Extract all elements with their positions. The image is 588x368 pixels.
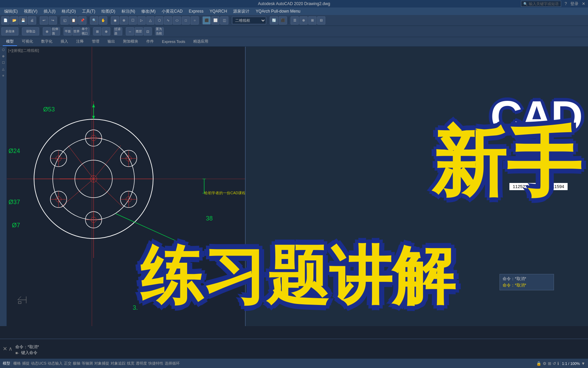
group-btn[interactable]: ⊞ (308, 16, 316, 25)
tab-insert[interactable]: 插入 (57, 37, 71, 46)
status-polar[interactable]: 极轴 (73, 361, 80, 366)
layer2-btn[interactable]: 图层 (135, 27, 143, 35)
menu-item-yqarch-pulldown[interactable]: YQArch Pull-down Menu (253, 8, 303, 14)
side-btn-4[interactable]: △ (1, 67, 6, 73)
help-icon[interactable]: ? (565, 1, 567, 6)
tab-featured[interactable]: 精选应用 (190, 37, 212, 46)
tab-output[interactable]: 输出 (104, 37, 118, 46)
zoom-percent-icon[interactable]: ▼ (581, 361, 585, 366)
grid-icon[interactable]: ⊞ (548, 361, 551, 366)
select-btn[interactable]: ◱ (61, 16, 69, 25)
tab-digital[interactable]: 数字化 (38, 37, 56, 46)
tab-express[interactable]: Express Tools (159, 38, 189, 46)
command-prompt-line[interactable]: ■- 键入命令 (15, 350, 584, 356)
match-btn[interactable]: 置为当前 (156, 27, 164, 35)
open-btn[interactable]: 📂 (10, 16, 18, 25)
redo-btn[interactable]: ↪ (49, 16, 57, 25)
side-btn-3[interactable]: ☐ (1, 61, 6, 66)
view3[interactable]: ◫ (220, 16, 228, 25)
save-btn[interactable]: 💾 (19, 16, 27, 25)
refresh-icon[interactable]: ↺ (553, 361, 556, 366)
menu-item-yqarch[interactable]: YQARCH (207, 8, 230, 14)
menu-item-yuanquan[interactable]: 源泉设计 (230, 8, 252, 15)
lock-icon[interactable]: 🔒 (536, 361, 541, 366)
plot-btn[interactable]: 🖨 (28, 16, 36, 25)
status-zoom[interactable]: 1:1 / 100% (562, 362, 580, 366)
status-cycle[interactable]: 选择循环 (165, 361, 180, 366)
status-qprop[interactable]: 快捷特性 (148, 361, 163, 366)
move3-btn[interactable]: ↔ (126, 27, 134, 35)
grid-btn[interactable]: ⊞ (93, 27, 101, 35)
menu-item-insert[interactable]: 插入(I) (41, 8, 58, 15)
retrieve-btn[interactable]: 获取边 (22, 27, 39, 35)
menu-item-draw[interactable]: 绘图(D) (99, 8, 118, 15)
move2-btn[interactable]: ⊕ (43, 27, 51, 35)
tool6[interactable]: ⬡ (155, 16, 163, 25)
close-cmd-btn[interactable]: ✕ (3, 346, 7, 352)
menu-item-dimension[interactable]: 标注(N) (119, 8, 138, 15)
tab-visual[interactable]: 可视化 (18, 37, 36, 46)
status-trans[interactable]: 透明度 (136, 361, 147, 366)
menu-item-express[interactable]: Express (186, 8, 206, 14)
menu-item-tools[interactable]: 工具(T) (79, 8, 98, 15)
world2-btn[interactable]: 世界 (72, 27, 81, 35)
move-btn[interactable]: ⊕ (299, 16, 308, 25)
status-model[interactable]: 模型 (3, 361, 10, 366)
tool9[interactable]: □ (182, 16, 190, 25)
view-style-dropdown[interactable]: 二维线框 (232, 17, 266, 24)
propsmall-btn[interactable]: ⊡ (144, 27, 152, 35)
single-btn[interactable]: 单个视口 (81, 27, 89, 35)
tab-model[interactable]: 模型 (3, 37, 17, 46)
view2[interactable]: ⬜ (211, 16, 219, 25)
tab-annotate[interactable]: 注释 (73, 37, 87, 46)
menu-item-view[interactable]: 视图(V) (21, 8, 40, 15)
status-lw[interactable]: 线宽 (127, 361, 134, 366)
status-grid[interactable]: 栅格 (13, 361, 21, 366)
collapse-cmd-btn[interactable]: ∧ (9, 346, 13, 352)
tool4[interactable]: ▷ (137, 16, 146, 25)
side-btn-1[interactable]: ⬡ (1, 48, 6, 53)
status-ortho[interactable]: 正交 (64, 361, 71, 366)
flat-btn[interactable]: 平面 (64, 27, 72, 35)
tool10[interactable]: ○ (191, 16, 199, 25)
menu-item-edit[interactable]: 编辑(E) (1, 8, 20, 15)
layer-btn[interactable]: ☰ (291, 16, 299, 25)
tool2[interactable]: ⊕ (120, 16, 128, 25)
prop-btn[interactable]: ⊟ (317, 16, 325, 25)
info-icon[interactable]: ℹ (557, 361, 559, 366)
settings-icon[interactable]: ⚙ (543, 361, 546, 366)
menu-item-modify[interactable]: 修改(M) (138, 8, 158, 15)
pan-btn[interactable]: ✋ (99, 16, 107, 25)
pull-btn[interactable]: 拉伸面 (52, 27, 60, 35)
status-ducs[interactable]: 动态UCS (31, 361, 46, 366)
zoom-btn[interactable]: 🔍 (90, 16, 98, 25)
multi-btn[interactable]: 多段体 (1, 27, 18, 35)
menu-item-xhcad[interactable]: 小黄花CAD (159, 8, 185, 15)
tool8[interactable]: ⬭ (173, 16, 181, 25)
undo-btn[interactable]: ↩ (40, 16, 48, 25)
view1[interactable]: ⬛ (202, 16, 211, 25)
snap-btn[interactable]: ⊕ (102, 27, 110, 35)
status-otrack[interactable]: 对象追踪 (111, 361, 126, 366)
3d-btn[interactable]: ⬛ (279, 16, 287, 25)
menu-item-format[interactable]: 格式(O) (59, 8, 78, 15)
login-btn[interactable]: 登录 (570, 1, 578, 7)
tool5[interactable]: △ (146, 16, 154, 25)
side-btn-5[interactable]: ≡ (1, 74, 6, 79)
tool7[interactable]: ∿ (164, 16, 172, 25)
status-snap[interactable]: 捕捉 (22, 361, 30, 366)
orbit-btn[interactable]: 🔄 (270, 16, 278, 25)
filter-btn[interactable]: 过滤器 (114, 27, 122, 35)
tool1[interactable]: ◉ (111, 16, 119, 25)
copy-btn[interactable]: 📋 (69, 16, 78, 25)
tool3[interactable]: ☐ (129, 16, 137, 25)
viewport[interactable]: [+][俯视][二维线框] (7, 47, 588, 326)
status-iso[interactable]: 等轴测 (82, 361, 93, 366)
close-btn[interactable]: ✕ (582, 1, 585, 6)
tab-work[interactable]: 作件 (143, 37, 157, 46)
tab-addons[interactable]: 附加模块 (120, 37, 142, 46)
search-box[interactable]: 🔍 输入关键字或短语 (521, 1, 561, 7)
status-dynin[interactable]: 动态输入 (48, 361, 63, 366)
new-btn[interactable]: 📄 (1, 16, 10, 25)
tab-manage[interactable]: 管理 (88, 37, 103, 46)
